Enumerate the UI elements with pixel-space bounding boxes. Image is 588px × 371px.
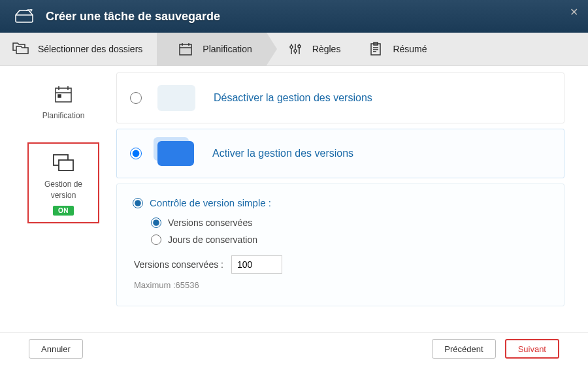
radio-label: Jours de conservation [168, 234, 257, 245]
field-label: Versions conservées : [134, 259, 223, 270]
tab-label: Règles [312, 44, 341, 54]
versions-count-input[interactable] [231, 255, 282, 274]
calendar-icon [52, 84, 75, 104]
option-enable-versioning[interactable]: Activer la gestion des versions [116, 129, 564, 178]
wizard-tabs: Sélectionner des dossiers Planification … [0, 33, 588, 66]
radio-input[interactable] [151, 218, 161, 228]
tab-planning[interactable]: Planification [157, 33, 267, 66]
max-hint: Maximum :65536 [133, 280, 548, 290]
radio-input[interactable] [133, 198, 143, 208]
next-button[interactable]: Suivant [505, 339, 559, 359]
radio-input[interactable] [151, 234, 161, 245]
radio-disable[interactable] [130, 92, 142, 104]
sidebar-item-planning[interactable]: Planification [34, 79, 93, 127]
sidebar-item-label: Planification [34, 110, 93, 121]
folder-share-icon [12, 41, 30, 57]
status-badge-on: ON [53, 206, 74, 216]
clipboard-icon [367, 41, 385, 57]
cancel-button[interactable]: Annuler [29, 339, 83, 359]
option-label: Désactiver la gestion des versions [214, 92, 372, 104]
dialog-title: Créer une tâche de sauvegarde [46, 10, 220, 24]
svg-point-1 [290, 46, 293, 48]
scroll-area[interactable]: Désactiver la gestion des versions Activ… [116, 73, 568, 331]
sliders-icon [286, 41, 304, 57]
previous-button[interactable]: Précédent [432, 339, 495, 359]
thumb-enabled-icon [157, 141, 194, 166]
sidebar-item-versioning[interactable]: Gestion de version ON [27, 142, 99, 224]
svg-point-3 [298, 45, 301, 48]
versions-count-field: Versions conservées : [133, 255, 548, 274]
main-content: Planification Gestion de version ON Désa… [0, 66, 588, 332]
sidebar-item-label: Gestion de version [31, 179, 95, 201]
svg-point-2 [294, 50, 297, 52]
simple-mode-options: Versions conservées Jours de conservatio… [133, 218, 548, 245]
radio-label: Contrôle de version simple : [150, 197, 271, 208]
svg-rect-7 [58, 95, 61, 97]
calendar-icon [176, 41, 195, 57]
radio-keep-versions[interactable]: Versions conservées [151, 218, 548, 228]
close-button[interactable]: ✕ [568, 7, 579, 17]
svg-rect-9 [59, 160, 73, 170]
tab-label: Résumé [393, 44, 427, 54]
tab-label: Sélectionner des dossiers [38, 44, 142, 54]
radio-simple-mode[interactable]: Contrôle de version simple : [133, 197, 548, 208]
content-area: Désactiver la gestion des versions Activ… [116, 73, 588, 332]
tab-label: Planification [203, 44, 252, 54]
option-disable-versioning[interactable]: Désactiver la gestion des versions [116, 73, 564, 123]
radio-keep-days[interactable]: Jours de conservation [151, 234, 548, 245]
thumb-disabled-icon [157, 85, 195, 111]
svg-rect-0 [180, 44, 191, 55]
radio-label: Versions conservées [168, 218, 252, 228]
versions-icon [52, 153, 75, 172]
dialog-footer: Annuler Précédent Suivant [0, 332, 588, 364]
version-settings-panel: Contrôle de version simple : Versions co… [116, 184, 564, 306]
backup-drive-icon [13, 8, 35, 24]
tab-rules[interactable]: Règles [267, 33, 355, 66]
option-label: Activer la gestion des versions [212, 148, 353, 159]
tab-select-folders[interactable]: Sélectionner des dossiers [0, 33, 157, 66]
radio-enable[interactable] [130, 148, 142, 159]
tab-summary[interactable]: Résumé [355, 33, 441, 66]
dialog-header: Créer une tâche de sauvegarde [0, 0, 588, 33]
sidebar: Planification Gestion de version ON [0, 73, 116, 332]
